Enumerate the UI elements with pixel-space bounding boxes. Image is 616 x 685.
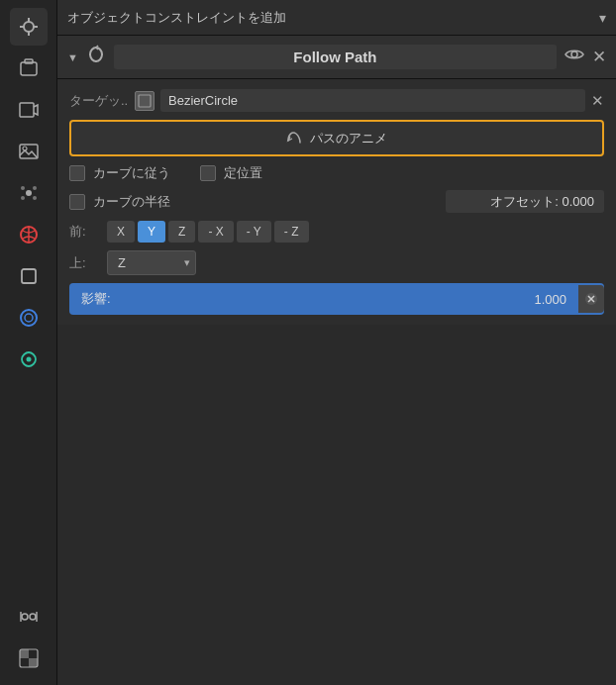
sidebar-icon-modifier[interactable] [10, 299, 48, 337]
up-axis-select[interactable]: X Y Z -X -Y -Z [107, 250, 196, 275]
forward-label: 前: [69, 223, 99, 241]
up-select-wrap: X Y Z -X -Y -Z [107, 250, 196, 275]
svg-point-12 [33, 186, 37, 190]
forward-axis-buttons: X Y Z - X - Y - Z [107, 221, 309, 243]
curve-radius-label: カーブの半径 [93, 193, 170, 211]
svg-point-21 [22, 614, 28, 620]
forward-axis-row: 前: X Y Z - X - Y - Z [69, 221, 604, 243]
svg-point-28 [571, 51, 577, 57]
constraint-name-input[interactable] [114, 45, 557, 69]
fixed-position-label: 定位置 [224, 164, 262, 182]
up-axis-row: 上: X Y Z -X -Y -Z [69, 250, 604, 275]
animate-path-button[interactable]: パスのアニメ [69, 120, 604, 156]
constraint-panel: ▼ ✕ ターゲ [57, 36, 616, 325]
svg-rect-29 [139, 95, 151, 107]
close-icon[interactable]: ✕ [592, 47, 606, 67]
constraint-type-icon [86, 45, 106, 69]
svg-point-18 [21, 310, 37, 326]
axis-btn-neg-z[interactable]: - Z [274, 221, 309, 243]
sidebar-icon-render[interactable] [10, 91, 48, 129]
svg-point-19 [25, 314, 33, 322]
axis-btn-neg-x[interactable]: - X [198, 221, 233, 243]
sidebar-icon-driver[interactable] [10, 341, 48, 378]
sidebar-icon-tool[interactable] [10, 8, 48, 46]
target-clear-icon[interactable]: ✕ [591, 92, 604, 110]
topbar-chevron-icon[interactable]: ▾ [599, 10, 606, 26]
topbar: オブジェクトコンストレイントを追加 ▾ [57, 0, 616, 36]
svg-point-10 [26, 190, 32, 196]
svg-point-22 [30, 614, 36, 620]
svg-rect-17 [22, 269, 36, 283]
constraint-header: ▼ ✕ [57, 36, 616, 79]
animate-path-label: パスのアニメ [310, 130, 387, 147]
sidebar-icon-checkerboard[interactable] [10, 639, 48, 677]
offset-input[interactable] [446, 190, 604, 213]
svg-rect-7 [20, 103, 34, 117]
svg-rect-26 [20, 649, 29, 658]
influence-row: 影響: [69, 283, 604, 315]
fixed-position-group: 定位置 [200, 164, 262, 182]
target-object-icon [135, 91, 154, 111]
axis-btn-x[interactable]: X [107, 221, 135, 243]
axis-btn-neg-y[interactable]: - Y [237, 221, 271, 243]
svg-rect-6 [25, 59, 33, 63]
fixed-position-checkbox[interactable] [200, 165, 216, 181]
target-input[interactable] [160, 89, 585, 112]
influence-label: 影響: [69, 283, 388, 315]
influence-input[interactable] [388, 285, 578, 314]
collapse-arrow-icon[interactable]: ▼ [67, 51, 78, 63]
up-label: 上: [69, 254, 99, 272]
curve-follow-group: カーブに従う [69, 164, 170, 182]
curve-radius-group: カーブの半径 [69, 193, 170, 211]
animate-path-icon [286, 129, 302, 147]
svg-point-11 [21, 186, 25, 190]
offset-row: カーブの半径 [69, 190, 604, 213]
svg-rect-5 [21, 62, 37, 75]
svg-point-13 [21, 196, 25, 200]
sidebar-icon-constraint[interactable] [10, 216, 48, 253]
constraint-content: ターゲッ.. ✕ パスのアニメ [57, 79, 616, 325]
axis-btn-y[interactable]: Y [138, 221, 165, 243]
sidebar-icon-animation[interactable] [10, 598, 48, 636]
curve-follow-label: カーブに従う [93, 164, 170, 182]
svg-point-14 [33, 196, 37, 200]
target-row: ターゲッ.. ✕ [69, 89, 604, 112]
axis-btn-z[interactable]: Z [168, 221, 195, 243]
target-label: ターゲッ.. [69, 92, 129, 110]
topbar-label: オブジェクトコンストレイントを追加 [67, 9, 286, 27]
sidebar-icon-particles[interactable] [10, 174, 48, 212]
sidebar-icon-scene[interactable] [10, 49, 48, 87]
sidebar [0, 0, 57, 685]
checkbox-row-1: カーブに従う 定位置 [69, 164, 604, 182]
svg-point-20 [26, 357, 31, 362]
main-panel: オブジェクトコンストレイントを追加 ▾ ▼ [57, 0, 616, 685]
influence-clear-icon[interactable] [578, 285, 604, 313]
sidebar-icon-image[interactable] [10, 133, 48, 170]
sidebar-icon-object[interactable] [10, 257, 48, 295]
curve-radius-checkbox[interactable] [69, 194, 85, 210]
svg-rect-27 [29, 658, 38, 667]
curve-follow-checkbox[interactable] [69, 165, 85, 181]
svg-point-0 [24, 22, 34, 32]
visibility-eye-icon[interactable] [565, 47, 584, 67]
